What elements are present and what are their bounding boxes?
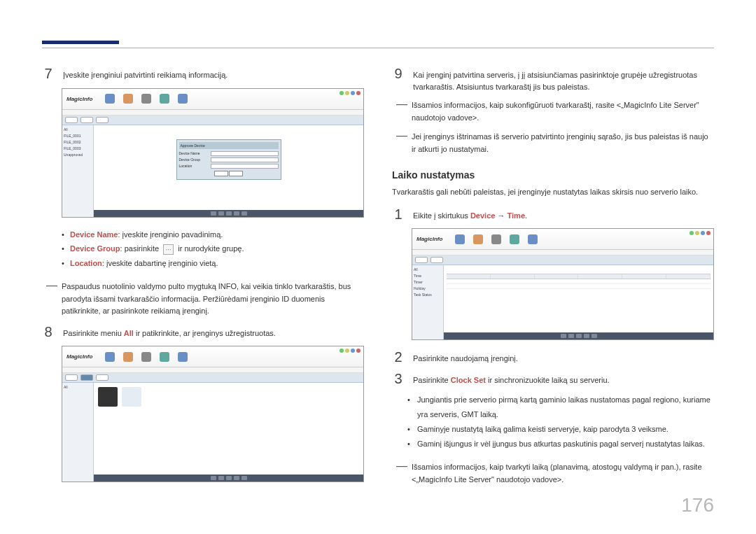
sidebar-item[interactable]: Timer [414,279,442,286]
app-banner: MagicInfo [412,229,713,250]
toolbar [62,373,363,383]
dash-icon: ― [396,99,407,124]
field-name: Location [70,259,102,267]
dialog-field-row: Device Name [179,151,279,156]
toolbar-button[interactable] [430,257,443,263]
toolbar-button[interactable] [80,117,93,123]
note: ― Išsamios informacijos, kaip sukonfigūr… [396,99,714,124]
app-body: All Time Timer Holiday Task Status [412,265,713,339]
header-accent-bar [42,41,119,44]
app-banner: MagicInfo [62,89,363,110]
sidebar-item[interactable]: Task Status [414,292,442,298]
app-footer [94,210,363,217]
field-label: Location [179,164,211,169]
toolbar-button[interactable] [96,374,108,381]
toolbar-button[interactable] [65,117,78,123]
nav-icon[interactable] [160,94,169,104]
sidebar-item[interactable]: FILE_0002 [64,139,92,146]
content-columns: 7 Įveskite įrenginiui patvirtinti reikia… [42,66,714,493]
step-text: Kai įrenginį patvirtina serveris, į jį a… [413,66,714,92]
dash-icon: ― [46,281,57,318]
nav-icon[interactable] [510,234,519,244]
field-name: Device Group [70,244,120,253]
main-pane: Approve Device Device Name Device Group … [94,125,363,217]
nav-icon[interactable] [178,94,188,104]
nav-icon[interactable] [473,234,483,244]
tabbar [62,367,363,373]
sidebar: All Time Timer Holiday Task Status [412,265,444,339]
list-item: Gaminyje nustatytą laiką galima keisti s… [407,422,714,437]
step-text: Įveskite įrenginiui patvirtinti reikiamą… [63,66,364,81]
toolbar-button[interactable] [80,374,93,381]
header-rule [42,48,714,48]
nav-icons [105,352,188,362]
table-row[interactable] [447,279,710,284]
device-group-input[interactable] [211,157,279,162]
dash-icon: ― [396,131,407,155]
note: ― Jei įrenginys ištrinamas iš serverio p… [396,131,714,155]
left-column: 7 Įveskite įrenginiui patvirtinti reikia… [42,66,364,493]
text: Eikite į skirtukus [413,211,470,220]
nav-icons [105,94,188,104]
ok-button[interactable] [214,171,228,176]
cancel-button[interactable] [229,171,243,176]
nav-icon[interactable] [141,94,151,104]
sidebar-item[interactable]: FILE_0003 [64,146,92,152]
device-thumb[interactable] [98,387,118,407]
nav-icon[interactable] [455,234,465,244]
sidebar-item[interactable]: Time [414,273,442,279]
device-thumbnails [94,383,363,411]
device-name-input[interactable] [211,151,279,156]
list-item: Location: įveskite dabartinę įrenginio v… [62,256,364,271]
device-thumb[interactable] [122,387,141,407]
sidebar-item[interactable]: Holiday [414,286,442,292]
sidebar-item[interactable]: Unapproved [64,152,92,158]
step-number: 1 [392,207,405,222]
app-banner: MagicInfo [62,346,363,367]
clock-set: Clock Set [451,376,486,384]
step-3: 3 Pasirinkite Clock Set ir sinchronizuok… [392,372,714,386]
status-dots [340,91,360,95]
nav-icon[interactable] [491,234,501,244]
nav-icon[interactable] [178,352,188,362]
text: ir sinchronizuokite laiką su serveriu. [486,376,610,384]
sidebar-item[interactable]: All [414,267,442,273]
note-text: Paspaudus nuotolinio valdymo pulto mygtu… [62,281,364,318]
table-row[interactable] [447,284,710,289]
tabbar [412,250,713,255]
step-number: 2 [392,350,405,365]
location-input[interactable] [211,164,279,169]
screenshot-time-tab: MagicInfo All Ti [412,228,714,340]
sidebar-item[interactable]: All [64,127,92,133]
dialog-field-row: Location [179,164,279,169]
nav-icon[interactable] [528,234,538,244]
text: . [525,211,527,220]
step-number: 3 [392,372,405,386]
sidebar: All [62,383,94,482]
toolbar [412,255,713,265]
nav-icon[interactable] [105,94,115,104]
list-item: Gaminį išjungus ir vėl įjungus bus atkur… [407,437,714,451]
sidebar-item[interactable]: FILE_0001 [64,133,92,139]
step-text: Pasirinkite Clock Set ir sinchronizuokit… [413,372,714,386]
nav-icon[interactable] [105,352,115,362]
arrow: → [495,211,507,220]
toolbar-button[interactable] [415,257,428,263]
approve-dialog: Approve Device Device Name Device Group … [176,139,281,180]
step-text: Pasirinkite naudojamą įrenginį. [413,350,714,365]
field-desc: : pasirinkite [120,244,160,253]
text: Pasirinkite [413,376,451,384]
nav-icon[interactable] [141,352,151,362]
sidebar-item[interactable]: All [64,384,92,391]
time-table [447,274,710,289]
nav-icon[interactable] [123,352,133,362]
toolbar-button[interactable] [96,117,108,123]
browse-icon[interactable]: ··· [163,244,174,255]
menu-all: All [124,329,134,337]
text: ir patikrinkite, ar įrenginys užregistru… [134,329,276,337]
nav-icon[interactable] [160,352,169,362]
screenshot-device-list: MagicInfo All [62,346,364,482]
toolbar-button[interactable] [65,374,78,381]
step-1: 1 Eikite į skirtukus Device → Time. [392,207,714,222]
nav-icon[interactable] [123,94,133,104]
